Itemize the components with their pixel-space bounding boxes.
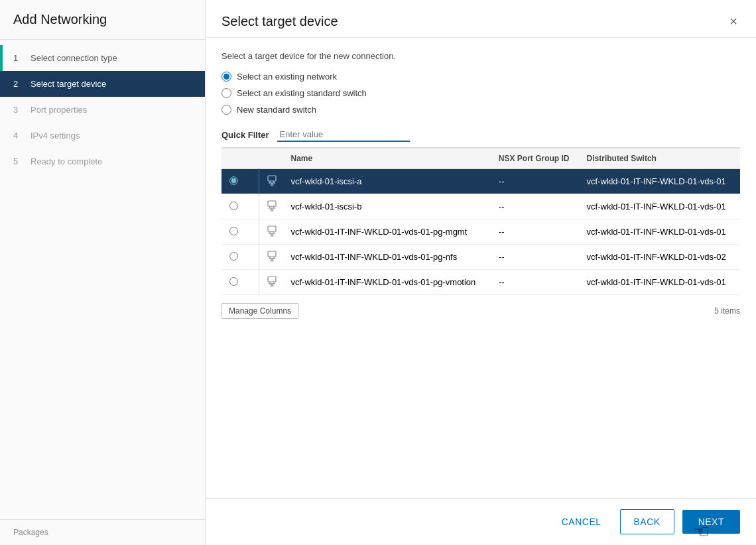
step-5-label: Ready to complete: [31, 156, 102, 166]
row-distributed-switch: vcf-wkld-01-IT-INF-WKLD-01-vds-02: [580, 245, 740, 270]
subtitle: Select a target device for the new conne…: [221, 51, 740, 61]
radio-new-standard-switch[interactable]: New standard switch: [221, 105, 740, 115]
main-body: Select a target device for the new conne…: [206, 38, 756, 498]
row-nsx-port-group-id: --: [492, 270, 580, 295]
main-title: Select target device: [221, 14, 338, 29]
table-row[interactable]: vcf-wkld-01-IT-INF-WKLD-01-vds-01-pg-vmo…: [221, 270, 740, 295]
row-radio-cell[interactable]: [221, 245, 245, 270]
row-icon-cell: [259, 219, 284, 245]
row-name: vcf-wkld-01-IT-INF-WKLD-01-vds-01-pg-mgm…: [284, 219, 492, 245]
quick-filter-row: Quick Filter: [221, 128, 740, 148]
table-footer: Manage Columns 5 items: [221, 298, 740, 319]
svg-rect-12: [268, 226, 276, 231]
row-icon-cell: [259, 169, 284, 194]
sidebar-item-port-properties[interactable]: 3 Port properties: [0, 97, 205, 123]
step-1-label: Select connection type: [31, 53, 117, 63]
step-1-num: 1: [13, 53, 24, 63]
table-row[interactable]: vcf-wkld-01-IT-INF-WKLD-01-vds-01-pg-mgm…: [221, 219, 740, 245]
svg-rect-0: [268, 176, 276, 181]
main-header: Select target device ×: [206, 0, 756, 38]
quick-filter-input[interactable]: [277, 128, 410, 142]
row-distributed-switch: vcf-wkld-01-IT-INF-WKLD-01-vds-01: [580, 219, 740, 245]
row-divider-cell: [245, 245, 259, 270]
step-5-num: 5: [13, 156, 24, 166]
svg-rect-29: [271, 285, 273, 286]
packages-label: Packages: [13, 528, 48, 537]
svg-rect-5: [271, 184, 273, 186]
network-port-icon: [266, 275, 278, 287]
table-row[interactable]: vcf-wkld-01-IT-INF-WKLD-01-vds-01-pg-nfs…: [221, 245, 740, 270]
table-row[interactable]: vcf-wkld-01-iscsi-a--vcf-wkld-01-IT-INF-…: [221, 169, 740, 194]
main-footer: CANCEL BACK NEXT: [206, 498, 756, 545]
sidebar: Add Networking 1 Select connection type …: [0, 0, 206, 545]
svg-rect-11: [271, 210, 273, 211]
next-button[interactable]: NEXT: [682, 510, 740, 534]
networks-table: Name NSX Port Group ID Distributed Switc…: [221, 148, 740, 295]
row-divider-cell: [245, 219, 259, 245]
manage-columns-button[interactable]: Manage Columns: [221, 303, 298, 319]
table-row[interactable]: vcf-wkld-01-iscsi-b--vcf-wkld-01-IT-INF-…: [221, 194, 740, 219]
svg-rect-18: [268, 251, 276, 257]
sidebar-item-select-connection-type[interactable]: 1 Select connection type: [0, 45, 205, 71]
col-icon: [259, 149, 284, 169]
step-2-num: 2: [13, 79, 24, 89]
row-radio-input[interactable]: [229, 252, 238, 261]
radio-existing-network-input[interactable]: [221, 72, 231, 82]
close-button[interactable]: ×: [727, 12, 740, 30]
row-nsx-port-group-id: --: [492, 169, 580, 194]
back-button[interactable]: BACK: [620, 509, 674, 534]
row-icon-cell: [259, 245, 284, 270]
connection-type-radio-group: Select an existing network Select an exi…: [221, 72, 740, 115]
quick-filter-label: Quick Filter: [221, 130, 269, 140]
row-divider-cell: [245, 194, 259, 219]
row-icon-cell: [259, 270, 284, 295]
svg-rect-17: [271, 235, 273, 236]
radio-existing-standard-switch[interactable]: Select an existing standard switch: [221, 88, 740, 98]
cancel-button[interactable]: CANCEL: [551, 510, 612, 534]
row-radio-cell[interactable]: [221, 270, 245, 295]
step-2-label: Select target device: [31, 79, 106, 89]
row-radio-cell[interactable]: [221, 194, 245, 219]
step-4-num: 4: [13, 131, 24, 141]
row-name: vcf-wkld-01-IT-INF-WKLD-01-vds-01-pg-nfs: [284, 245, 492, 270]
row-divider-cell: [245, 270, 259, 295]
sidebar-bottom: Packages: [0, 519, 205, 545]
row-radio-input[interactable]: [229, 277, 238, 286]
network-port-icon: [266, 200, 278, 212]
radio-existing-standard-switch-input[interactable]: [221, 88, 231, 98]
row-distributed-switch: vcf-wkld-01-IT-INF-WKLD-01-vds-01: [580, 194, 740, 219]
sidebar-steps: 1 Select connection type 2 Select target…: [0, 40, 205, 519]
row-radio-input[interactable]: [229, 202, 238, 210]
row-nsx-port-group-id: --: [492, 245, 580, 270]
col-divider: [245, 149, 259, 169]
radio-new-standard-switch-input[interactable]: [221, 105, 231, 115]
row-name: vcf-wkld-01-iscsi-a: [284, 169, 492, 194]
step-4-label: IPv4 settings: [31, 131, 80, 141]
row-radio-input[interactable]: [229, 227, 238, 235]
row-radio-cell[interactable]: [221, 219, 245, 245]
step-3-num: 3: [13, 105, 24, 115]
radio-existing-standard-switch-label: Select an existing standard switch: [237, 88, 367, 98]
sidebar-item-ipv4-settings[interactable]: 4 IPv4 settings: [0, 123, 205, 149]
col-radio: [221, 149, 245, 169]
row-radio-input[interactable]: [229, 176, 238, 185]
sidebar-item-select-target-device[interactable]: 2 Select target device: [0, 71, 205, 97]
main-panel: Select target device × Select a target d…: [206, 0, 756, 545]
row-distributed-switch: vcf-wkld-01-IT-INF-WKLD-01-vds-01: [580, 169, 740, 194]
row-nsx-port-group-id: --: [492, 194, 580, 219]
row-icon-cell: [259, 194, 284, 219]
network-port-icon: [266, 225, 278, 237]
col-distributed-switch: Distributed Switch: [580, 149, 740, 169]
row-name: vcf-wkld-01-IT-INF-WKLD-01-vds-01-pg-vmo…: [284, 270, 492, 295]
radio-new-standard-switch-label: New standard switch: [237, 105, 316, 115]
radio-existing-network[interactable]: Select an existing network: [221, 72, 740, 82]
network-port-icon: [266, 250, 278, 262]
radio-existing-network-label: Select an existing network: [237, 72, 337, 82]
col-nsx-port-group-id: NSX Port Group ID: [492, 149, 580, 169]
items-count: 5 items: [714, 306, 740, 316]
step-3-label: Port properties: [31, 105, 87, 115]
row-radio-cell[interactable]: [221, 169, 245, 194]
sidebar-item-ready-to-complete[interactable]: 5 Ready to complete: [0, 149, 205, 174]
table-header-row: Name NSX Port Group ID Distributed Switc…: [221, 149, 740, 169]
svg-rect-23: [271, 260, 273, 261]
